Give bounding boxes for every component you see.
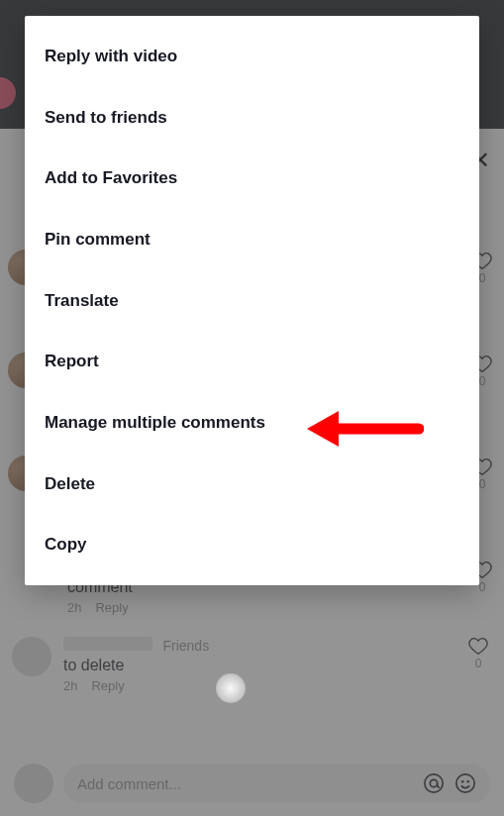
menu-item-copy[interactable]: Copy	[25, 514, 479, 575]
menu-item-pin-comment[interactable]: Pin comment	[25, 209, 479, 270]
menu-item-report[interactable]: Report	[25, 331, 479, 392]
comment-options-popup: Reply with video Send to friends Add to …	[25, 16, 479, 585]
menu-item-send-to-friends[interactable]: Send to friends	[25, 87, 479, 149]
menu-item-delete[interactable]: Delete	[25, 454, 479, 515]
menu-item-add-to-favorites[interactable]: Add to Favorites	[25, 148, 479, 209]
menu-item-translate[interactable]: Translate	[25, 270, 479, 332]
menu-item-reply-with-video[interactable]: Reply with video	[25, 26, 479, 87]
menu-item-manage-multiple-comments[interactable]: Manage multiple comments	[25, 392, 479, 454]
